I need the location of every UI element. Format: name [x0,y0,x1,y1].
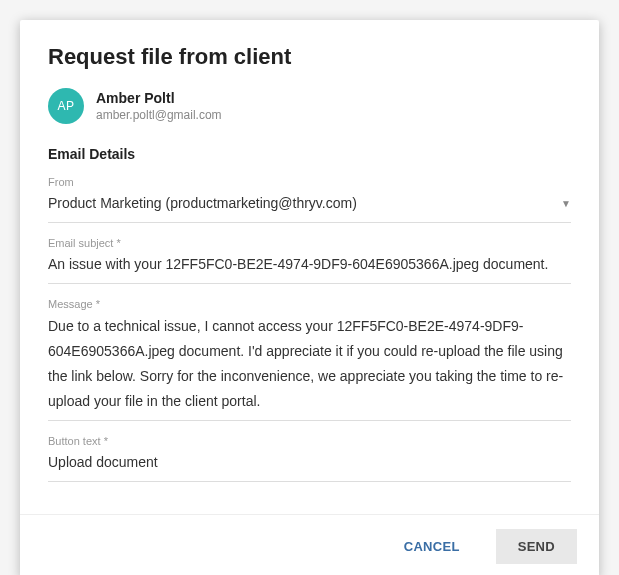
modal-content: Request file from client AP Amber Poltl … [20,20,599,514]
subject-input[interactable] [48,253,571,277]
client-avatar: AP [48,88,84,124]
client-info: Amber Poltl amber.poltl@gmail.com [96,90,222,122]
subject-label: Email subject * [48,237,571,249]
from-select[interactable]: Product Marketing (productmarketing@thry… [48,192,571,223]
message-label: Message * [48,298,571,310]
from-label: From [48,176,571,188]
button-text-input-wrap [48,451,571,482]
section-header: Email Details [48,146,571,162]
from-value: Product Marketing (productmarketing@thry… [48,192,561,216]
message-field: Message * Due to a technical issue, I ca… [48,298,571,422]
modal-title: Request file from client [48,44,571,70]
subject-field: Email subject * [48,237,571,284]
client-name: Amber Poltl [96,90,222,106]
client-row: AP Amber Poltl amber.poltl@gmail.com [48,88,571,124]
message-input-wrap: Due to a technical issue, I cannot acces… [48,314,571,422]
from-field: From Product Marketing (productmarketing… [48,176,571,223]
client-email: amber.poltl@gmail.com [96,108,222,122]
message-input[interactable]: Due to a technical issue, I cannot acces… [48,314,571,415]
modal-footer: CANCEL SEND [20,514,599,575]
request-file-modal: Request file from client AP Amber Poltl … [20,20,599,575]
cancel-button[interactable]: CANCEL [382,529,482,564]
button-text-input[interactable] [48,451,571,475]
send-button[interactable]: SEND [496,529,577,564]
button-text-field: Button text * [48,435,571,482]
button-text-label: Button text * [48,435,571,447]
subject-input-wrap [48,253,571,284]
chevron-down-icon: ▼ [561,198,571,209]
